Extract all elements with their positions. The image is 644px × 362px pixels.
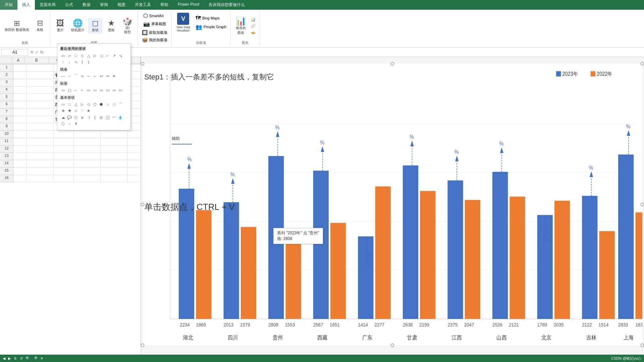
shape-rtriangle[interactable]: ▷ [92,53,98,59]
ribbon-tab-页面布局[interactable]: 页面布局 [35,0,60,10]
handle-tr[interactable] [641,62,644,65]
recommended-table-button[interactable]: ⊞ 推荐的 数据视表 [3,19,31,33]
row-header-4[interactable]: 4 [0,86,13,94]
row-header-8[interactable]: 8 [0,116,13,123]
shape-square[interactable]: □ [73,53,79,59]
rect-3[interactable]: ▭ [86,87,92,93]
basic-bracket[interactable]: [ [92,114,98,120]
list-item[interactable] [13,94,27,101]
list-item[interactable] [101,138,127,145]
shape-rect[interactable]: ▭ [60,53,66,59]
list-item[interactable] [101,145,127,153]
list-item[interactable] [27,94,54,101]
list-item[interactable] [13,145,27,153]
handle-tl[interactable] [141,62,144,65]
get-addins-button[interactable]: 🔲 获取加载项 [141,29,169,36]
list-item[interactable] [27,160,54,168]
list-item[interactable] [54,160,74,168]
list-item[interactable] [127,153,141,160]
rect-snip[interactable]: ⌐ [73,87,79,93]
ribbon-tab-告诉我你想要做什么[interactable]: 告诉我你想要做什么 [204,0,250,10]
list-item[interactable] [13,116,27,123]
rect-4[interactable]: ▭ [92,87,98,93]
rect-7[interactable]: ▭ [111,87,117,93]
online-picture-button[interactable]: 🌐 联机图片 [69,18,87,34]
line-double-arrow[interactable]: ↔ [86,73,92,79]
col-header-b[interactable]: B [24,57,49,64]
handle-bl[interactable] [141,344,144,347]
basic-moon[interactable]: ☽ [86,114,92,120]
ribbon-tab-开始[interactable]: 开始 [0,0,17,10]
row-header-12[interactable]: 12 [0,145,13,153]
row-header-7[interactable]: 7 [0,109,13,116]
handle-right[interactable] [641,203,644,206]
line-curve[interactable]: ⌒ [73,73,79,79]
list-item[interactable] [27,101,54,109]
basic-callout[interactable]: 💬 [66,114,72,120]
basic-rtri[interactable]: ▷ [79,101,85,107]
screenshot-button[interactable]: 📷 屏幕截图 [142,20,167,28]
ribbon-tab-公式[interactable]: 公式 [60,0,78,10]
list-item[interactable] [101,168,127,175]
list-item[interactable] [13,138,27,145]
handle-top[interactable] [391,62,394,65]
shape-triangle[interactable]: △ [86,53,92,59]
picture-button[interactable]: 🖼 图片 [53,18,68,34]
ribbon-tab-帮助[interactable]: 帮助 [156,0,173,10]
list-item[interactable] [27,86,54,94]
list-item[interactable] [27,145,54,153]
list-item[interactable] [74,138,101,145]
list-item[interactable] [27,116,54,123]
3d-models-button[interactable]: 🎲 3D模型 [120,16,135,36]
basic-teardrop[interactable]: 💧 [117,114,123,120]
basic-cube[interactable]: ⬡ [73,114,79,120]
shape-arrow-up[interactable]: ↑ [60,59,66,65]
basic-circle[interactable]: ○ [105,101,111,107]
table-button[interactable]: ⊟ 表格 [33,18,47,33]
status-play-icon[interactable]: ▶ [8,356,11,361]
shapes-button[interactable]: ◻ 形状 [88,18,103,34]
list-item[interactable] [13,79,27,86]
handle-br[interactable] [641,344,644,347]
basic-oct[interactable]: ⬟ [98,101,104,107]
basic-tri[interactable]: △ [73,101,79,107]
basic-hex[interactable]: ⬡ [92,101,98,107]
basic-star[interactable]: ★ [86,108,92,114]
rect-snip2[interactable]: ⌐ [79,87,85,93]
shape-ltriangle[interactable]: ◁ [98,53,104,59]
list-item[interactable] [13,153,27,160]
list-item[interactable] [27,153,54,160]
row-header-13[interactable]: 13 [0,153,13,160]
ribbon-tab-插入[interactable]: 插入 [17,0,35,10]
list-item[interactable] [127,131,141,138]
list-item[interactable] [13,131,27,138]
basic-arrow-shape[interactable]: → [66,121,72,127]
list-item[interactable] [54,168,74,175]
basic-cross2[interactable]: ✝ [73,121,79,127]
list-item[interactable] [27,79,54,86]
list-item[interactable] [74,168,101,175]
rect-5[interactable]: ▭ [98,87,104,93]
ribbon-tab-视图[interactable]: 视图 [113,0,130,10]
list-item[interactable] [101,160,127,168]
name-box[interactable] [1,49,28,56]
basic-cross[interactable]: ✚ [66,108,72,114]
ribbon-tab-开发工具[interactable]: 开发工具 [130,0,156,10]
rect-8[interactable]: ▭ [117,87,123,93]
line-arrow[interactable]: → [66,73,72,79]
row-header-11[interactable]: 11 [0,138,13,145]
col-header-a[interactable]: A [12,57,24,64]
rect-6[interactable]: ▭ [105,87,111,93]
formula-input[interactable] [46,50,643,55]
list-item[interactable] [74,160,101,168]
list-item[interactable] [27,168,54,175]
handle-bottom[interactable] [391,344,394,347]
basic-rect[interactable]: ▭ [60,101,66,107]
row-header-10[interactable]: 10 [0,131,13,138]
list-item[interactable] [13,64,27,72]
list-item[interactable] [54,131,74,138]
list-item[interactable] [74,145,101,153]
status-pause-icon[interactable]: ⏸ [13,356,17,361]
list-item[interactable] [27,131,54,138]
list-item[interactable] [127,168,141,175]
